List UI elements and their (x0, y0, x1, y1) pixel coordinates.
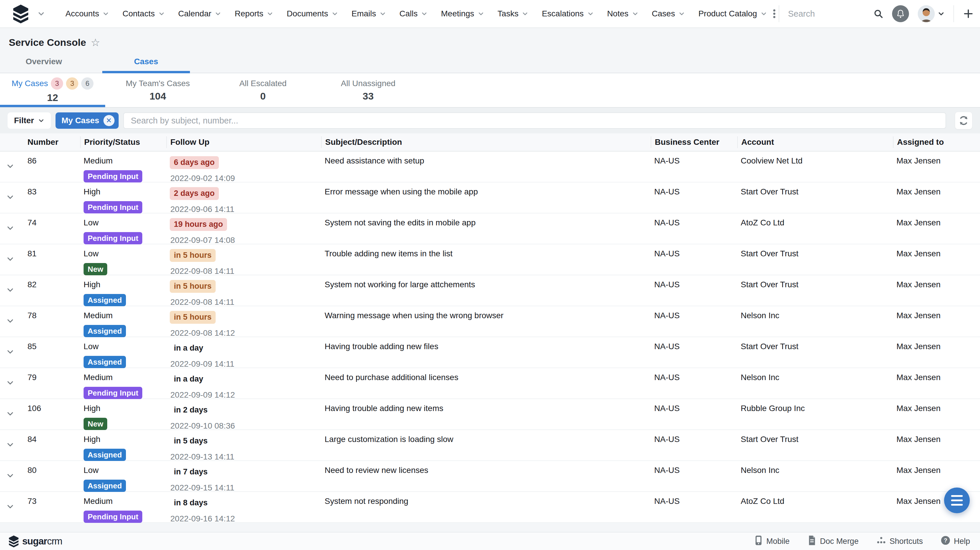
refresh-button[interactable] (955, 112, 972, 129)
expand-chevron-icon[interactable] (6, 162, 14, 170)
footer-link-help[interactable]: ? Help (941, 536, 970, 547)
nav-item-calls[interactable]: Calls (399, 9, 428, 18)
nav-item-cases[interactable]: Cases (652, 9, 685, 18)
global-search-input[interactable] (788, 9, 866, 19)
remove-filter-icon[interactable]: ✕ (103, 115, 115, 126)
column-header-account[interactable]: Account (737, 136, 893, 148)
nav-item-emails[interactable]: Emails (352, 9, 386, 18)
table-row[interactable]: 78 Medium Assigned in 5 hours 2022-09-08… (0, 306, 980, 337)
expand-chevron-icon[interactable] (6, 224, 14, 232)
footer-link-mobile[interactable]: Mobile (754, 536, 790, 547)
help-icon: ? (941, 536, 950, 547)
case-subject: System not responding (321, 492, 651, 523)
filter-label: Filter (14, 116, 34, 125)
followup-date: 2022-09-08 14:12 (170, 328, 235, 338)
floating-actions-button[interactable] (944, 488, 970, 513)
business-center: NA-US (651, 306, 737, 338)
follow-up-cell: in 8 days 2022-09-16 14:12 (166, 492, 321, 523)
case-number: 73 (21, 492, 80, 523)
expand-chevron-icon[interactable] (6, 286, 14, 294)
nav-item-product-catalog[interactable]: Product Catalog (698, 9, 767, 18)
follow-up-cell: in 7 days 2022-09-15 14:11 (166, 461, 321, 493)
active-filter-pill[interactable]: My Cases ✕ (56, 113, 118, 129)
sugarcrm-logo-icon (8, 535, 19, 547)
counter-tab-all-unassigned[interactable]: All Unassigned 33 (315, 73, 421, 107)
column-header-follow-up[interactable]: Follow Up (166, 136, 321, 148)
expand-chevron-icon[interactable] (6, 255, 14, 263)
column-header-assigned-to[interactable]: Assigned to (893, 136, 980, 148)
table-row[interactable]: 85 Low Assigned in a day 2022-09-09 14:1… (0, 337, 980, 368)
favorite-star-icon[interactable]: ☆ (91, 37, 100, 48)
nav-toggle-chevron-icon[interactable] (37, 10, 45, 17)
search-icon[interactable] (873, 9, 883, 19)
column-header-number[interactable]: Number (21, 136, 80, 148)
status-badge: New (84, 418, 107, 430)
filter-dropdown-button[interactable]: Filter (8, 113, 51, 129)
nav-item-contacts[interactable]: Contacts (123, 9, 165, 18)
nav-item-tasks[interactable]: Tasks (498, 9, 528, 18)
counter-tab-my-cases[interactable]: My Cases 336 12 (0, 73, 105, 107)
chevron-down-icon (421, 11, 428, 17)
more-modules-kebab-icon[interactable] (770, 9, 779, 19)
priority-label: Medium (84, 156, 166, 165)
column-header-priority-status[interactable]: Priority/Status (80, 136, 166, 148)
priority-status-cell: Medium Pending Input (80, 368, 166, 399)
expand-chevron-icon[interactable] (6, 317, 14, 325)
quick-create-button[interactable] (963, 8, 974, 19)
chevron-down-icon (478, 11, 484, 17)
followup-time: in 5 days (170, 435, 212, 447)
assigned-to: Max Jensen (893, 399, 980, 431)
expand-chevron-icon[interactable] (6, 502, 14, 510)
table-row[interactable]: 84 High Assigned in 5 days 2022-09-13 14… (0, 430, 980, 461)
expand-chevron-icon[interactable] (6, 379, 14, 387)
expand-chevron-icon[interactable] (6, 471, 14, 480)
counter-tab-my-team-s-cases[interactable]: My Team's Cases 104 (105, 73, 210, 107)
table-row[interactable]: 80 Low Assigned in 7 days 2022-09-15 14:… (0, 461, 980, 492)
sugarcrm-logo-icon[interactable] (12, 4, 30, 23)
expand-chevron-icon[interactable] (6, 348, 14, 356)
nav-item-meetings[interactable]: Meetings (441, 9, 484, 18)
table-row[interactable]: 74 Low Pending Input 19 hours ago 2022-0… (0, 213, 980, 244)
expand-chevron-icon[interactable] (6, 193, 14, 201)
table-row[interactable]: 83 High Pending Input 2 days ago 2022-09… (0, 182, 980, 213)
table-row[interactable]: 82 High Assigned in 5 hours 2022-09-08 1… (0, 275, 980, 306)
assigned-to: Max Jensen (893, 306, 980, 338)
sugarcrm-footer-logo[interactable]: sugarcrm (8, 535, 62, 547)
footer-link-shortcuts[interactable]: Shortcuts (877, 536, 923, 547)
priority-label: Low (84, 218, 166, 227)
nav-item-calendar[interactable]: Calendar (178, 9, 221, 18)
column-header-subject-description[interactable]: Subject/Description (321, 136, 651, 148)
nav-item-reports[interactable]: Reports (235, 9, 273, 18)
nav-item-label: Reports (235, 9, 263, 18)
footer-link-doc-merge[interactable]: Doc Merge (808, 536, 858, 547)
table-row[interactable]: 73 Medium Pending Input in 8 days 2022-0… (0, 492, 980, 523)
counter-tab-all-escalated[interactable]: All Escalated 0 (210, 73, 315, 107)
priority-status-cell: High Pending Input (80, 182, 166, 214)
followup-date: 2022-09-09 14:12 (170, 390, 235, 399)
priority-status-cell: Low Assigned (80, 461, 166, 493)
tab-overview[interactable]: Overview (0, 57, 88, 73)
followup-date: 2022-09-16 14:12 (170, 514, 235, 523)
user-profile-menu[interactable] (918, 5, 945, 22)
follow-up-cell: in 5 hours 2022-09-08 14:11 (166, 244, 321, 276)
nav-item-escalations[interactable]: Escalations (542, 9, 593, 18)
case-search-input[interactable] (123, 113, 946, 129)
nav-item-label: Tasks (498, 9, 519, 18)
business-center: NA-US (651, 152, 737, 183)
expand-chevron-icon[interactable] (6, 410, 14, 418)
table-row[interactable]: 86 Medium Pending Input 6 days ago 2022-… (0, 152, 980, 182)
followup-time: 6 days ago (170, 156, 219, 169)
table-row[interactable]: 81 Low New in 5 hours 2022-09-08 14:11 T… (0, 244, 980, 275)
brand-wordmark: sugarcrm (22, 536, 62, 547)
nav-item-accounts[interactable]: Accounts (65, 9, 109, 18)
notifications-button[interactable] (892, 5, 909, 22)
nav-item-documents[interactable]: Documents (286, 9, 338, 18)
business-center: NA-US (651, 182, 737, 214)
nav-item-notes[interactable]: Notes (607, 9, 638, 18)
tab-cases[interactable]: Cases (102, 57, 190, 73)
table-row[interactable]: 79 Medium Pending Input in a day 2022-09… (0, 368, 980, 399)
column-header-business-center[interactable]: Business Center (651, 136, 737, 148)
expand-chevron-icon[interactable] (6, 441, 14, 449)
table-row[interactable]: 106 High New in 2 days 2022-09-10 08:36 … (0, 399, 980, 430)
case-subject: Having trouble adding new items (321, 399, 651, 431)
